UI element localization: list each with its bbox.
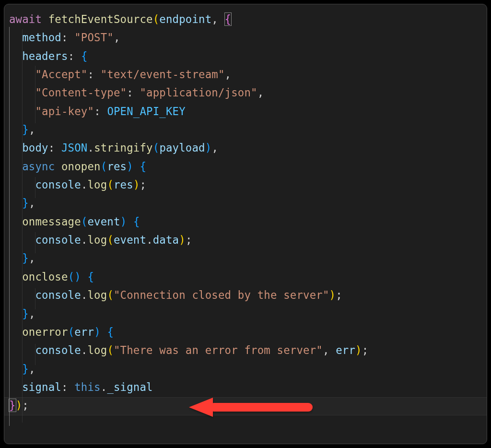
fn-log: log — [88, 178, 107, 191]
str-close-msg: "Connection closed by the server" — [114, 289, 329, 301]
prop-signal: signal — [22, 381, 61, 393]
var-res: res — [114, 178, 133, 191]
fn-log: log — [88, 344, 107, 356]
prop-method: method — [22, 31, 61, 44]
json-obj: JSON — [61, 141, 88, 154]
const-open-api-key: OPEN_API_KEY — [107, 105, 186, 118]
code-block[interactable]: await fetchEventSource(endpoint, { metho… — [4, 4, 487, 421]
console: console — [35, 344, 81, 356]
hdr-content-type-val: "application/json" — [140, 86, 257, 99]
console: console — [35, 234, 81, 246]
prop-data: data — [153, 234, 179, 246]
keyword-await: await — [9, 13, 42, 25]
keyword-this: this — [74, 381, 101, 393]
prop-_signal: _signal — [107, 381, 152, 393]
var-event: event — [114, 234, 146, 246]
fn-log: log — [88, 289, 107, 301]
str-error-msg: "There was an error from server" — [114, 344, 323, 356]
prop-body: body — [22, 141, 48, 154]
fn-fetchEventSource: fetchEventSource — [48, 13, 153, 25]
fn-onmessage: onmessage — [22, 215, 81, 228]
fn-onclose: onclose — [22, 271, 68, 283]
hdr-accept-val: "text/event-stream" — [101, 68, 225, 81]
hdr-content-type-key: "Content-type" — [35, 86, 127, 99]
fn-onopen: onopen — [61, 160, 101, 173]
console: console — [35, 178, 81, 191]
var-payload: payload — [159, 141, 205, 154]
console: console — [35, 289, 81, 301]
param-res: res — [107, 160, 127, 173]
param-event: event — [88, 215, 120, 228]
param-err: err — [74, 326, 94, 338]
hdr-api-key-key: "api-key" — [35, 105, 94, 118]
keyword-async: async — [22, 160, 55, 173]
var-endpoint: endpoint — [159, 13, 211, 25]
fn-log: log — [88, 234, 107, 246]
str-post: "POST" — [74, 31, 114, 44]
code-editor: await fetchEventSource(endpoint, { metho… — [4, 4, 487, 444]
var-err: err — [336, 344, 355, 356]
fn-stringify: stringify — [94, 141, 153, 154]
hdr-accept-key: "Accept" — [35, 68, 88, 81]
prop-headers: headers — [22, 50, 68, 62]
fn-onerror: onerror — [22, 326, 68, 338]
